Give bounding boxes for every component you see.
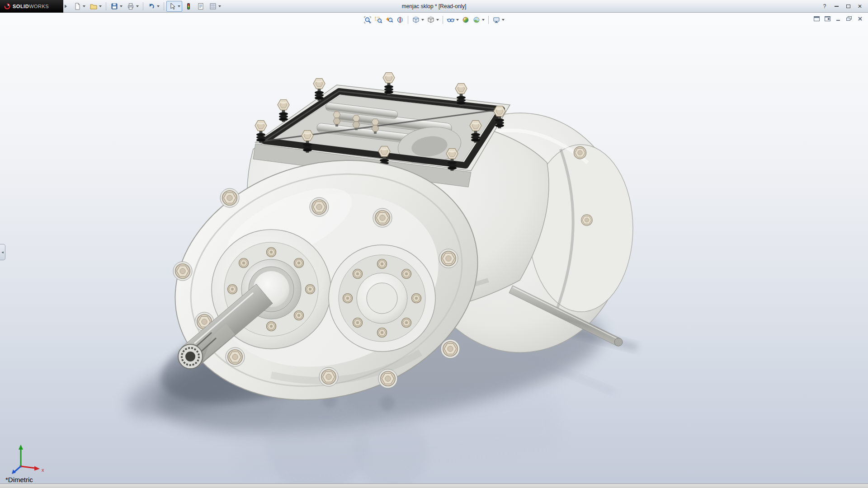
triad-x-axis (21, 466, 35, 468)
view-orientation-label: *Dimetric (5, 476, 33, 483)
minimize-button[interactable] (831, 2, 842, 11)
maximize-icon (846, 5, 850, 8)
save-icon (110, 2, 118, 10)
headsup-view-toolbar (361, 14, 507, 25)
display-style-cube-icon (427, 16, 435, 24)
options-grid-icon (209, 2, 217, 10)
new-document-button[interactable] (71, 1, 87, 12)
document-close-button[interactable] (855, 15, 864, 22)
solidworks-logo: SOLIDWORKS (0, 0, 63, 13)
section-view-button[interactable] (395, 15, 405, 24)
gearbox-model[interactable] (0, 13, 868, 483)
view-settings-monitor-icon (492, 16, 500, 24)
window-controls: ? ✕ (819, 2, 868, 11)
select-tool-button[interactable] (166, 1, 182, 12)
view-settings-button[interactable] (491, 15, 505, 24)
toolbar-separator (443, 16, 443, 24)
maximize-button[interactable] (843, 2, 854, 11)
brand-text: SOLIDWORKS (13, 4, 49, 9)
edit-appearance-button[interactable] (461, 15, 471, 24)
undo-icon (147, 2, 156, 10)
rebuild-traffic-light-icon (184, 2, 193, 10)
status-bar (0, 483, 868, 488)
toolbar-separator (143, 2, 143, 10)
toolbar-separator (408, 16, 408, 24)
document-window-controls (812, 15, 864, 22)
apply-scene-button[interactable] (472, 15, 486, 24)
title-bar: SOLIDWORKS (0, 0, 868, 13)
main-toolbar (68, 1, 223, 12)
close-button[interactable]: ✕ (854, 2, 865, 11)
display-style-button[interactable] (426, 15, 440, 24)
toolbar-separator (164, 2, 164, 10)
dassault-emblem-icon (4, 3, 11, 10)
document-close-icon (858, 16, 863, 21)
appearance-ball-icon (462, 16, 470, 24)
window-title: menjac sklop * [Read-only] (402, 3, 467, 9)
triad-x-label: x (42, 467, 44, 473)
options-button[interactable] (207, 1, 223, 12)
file-properties-icon (197, 2, 205, 10)
view-orientation-button[interactable] (411, 15, 425, 24)
rebuild-button[interactable] (183, 1, 194, 12)
graphics-area[interactable]: ◂ x *Dimetric (0, 13, 868, 483)
zoom-to-area-icon (374, 16, 382, 24)
new-document-icon (73, 2, 81, 10)
document-minimize-button[interactable] (834, 15, 843, 22)
previous-view-icon (385, 16, 393, 24)
minimize-icon (835, 6, 839, 7)
toolbar-separator (488, 16, 489, 24)
toolbar-separator (106, 2, 106, 10)
menu-flyout-arrow[interactable] (63, 0, 68, 13)
undo-button[interactable] (146, 1, 161, 12)
open-document-icon (90, 2, 98, 10)
window-frame-icon (814, 16, 820, 21)
section-view-icon (396, 16, 404, 24)
document-restore-button[interactable] (844, 15, 854, 22)
window-frame-alt-icon (825, 16, 830, 21)
output-bearing-flange (329, 245, 435, 352)
document-minimize-icon (836, 16, 841, 21)
open-document-button[interactable] (88, 1, 104, 12)
save-button[interactable] (108, 1, 124, 12)
document-restore-icon (846, 16, 852, 21)
scene-ball-icon (472, 16, 481, 24)
feature-panel-collapse-tab[interactable]: ◂ (0, 244, 5, 260)
reference-triad: x (5, 440, 47, 477)
view-orientation-cube-icon (412, 16, 420, 24)
help-button[interactable]: ? (819, 2, 830, 11)
zoom-to-fit-icon (363, 16, 372, 24)
hide-show-glasses-icon (447, 16, 455, 24)
zoom-to-fit-button[interactable] (363, 15, 373, 24)
print-icon (127, 2, 135, 10)
select-cursor-icon (168, 2, 176, 10)
triad-z-axis (14, 466, 21, 472)
previous-view-button[interactable] (384, 15, 394, 24)
window-frame-alt-button[interactable] (823, 15, 832, 22)
file-properties-button[interactable] (195, 1, 207, 12)
window-frame-button[interactable] (812, 15, 821, 22)
print-button[interactable] (125, 1, 141, 12)
zoom-to-area-button[interactable] (373, 15, 383, 24)
hide-show-items-button[interactable] (446, 15, 460, 24)
